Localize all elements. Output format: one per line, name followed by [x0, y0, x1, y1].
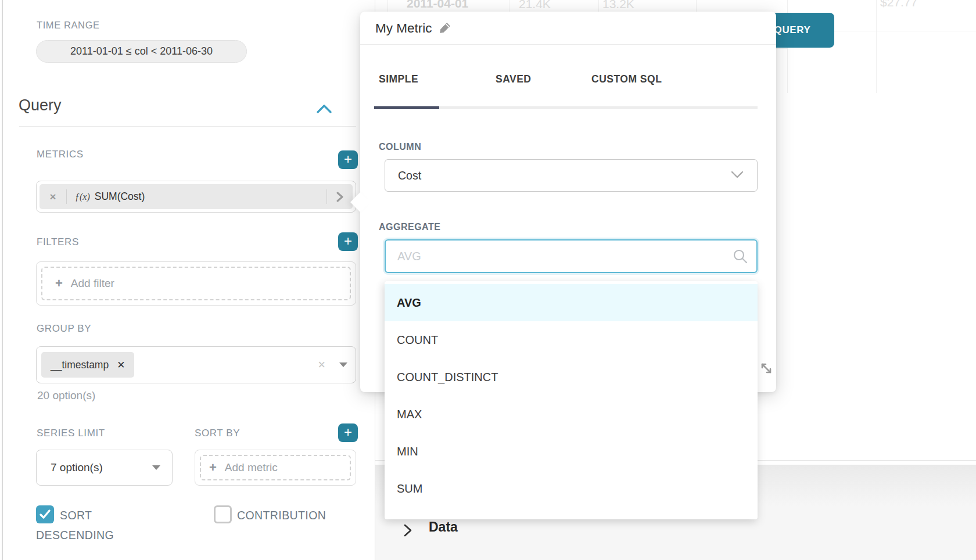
chevron-right-icon[interactable]	[327, 191, 353, 203]
time-range-label: TIME RANGE	[37, 20, 100, 31]
plus-icon: +	[344, 152, 352, 166]
active-tab-underline	[374, 106, 439, 109]
add-metric-button[interactable]: +	[338, 150, 358, 169]
caret-down-icon	[152, 465, 160, 470]
panel-left-border	[2, 0, 3, 560]
group-by-tag[interactable]: __timestamp ✕	[41, 352, 134, 378]
aggregate-dropdown: AVG COUNT COUNT_DISTINCT MAX MIN SUM	[385, 281, 758, 519]
column-select-value: Cost	[398, 169, 421, 182]
metric-field: × ƒ(x) SUM(Cost)	[36, 181, 356, 213]
plus-icon: +	[55, 277, 63, 290]
aggregate-option-min[interactable]: MIN	[385, 433, 758, 470]
aggregate-option-sum[interactable]: SUM	[385, 470, 758, 507]
metric-pill[interactable]: × ƒ(x) SUM(Cost)	[40, 184, 353, 209]
tab-saved[interactable]: SAVED	[496, 73, 532, 85]
aggregate-option-count-distinct[interactable]: COUNT_DISTINCT	[385, 358, 758, 396]
add-filter-dropzone[interactable]: + Add filter	[41, 267, 351, 300]
add-filter-text: Add filter	[71, 277, 114, 290]
series-limit-select[interactable]: 7 option(s)	[36, 450, 173, 486]
add-filter-button[interactable]: +	[338, 232, 358, 251]
remove-metric-icon[interactable]: ×	[40, 191, 66, 203]
filters-label: FILTERS	[37, 236, 79, 248]
table-gridline	[876, 0, 877, 93]
contribution-checkbox[interactable]	[214, 505, 232, 523]
filters-field: + Add filter	[36, 261, 356, 306]
chevron-right-icon[interactable]	[402, 523, 414, 538]
caret-down-icon[interactable]	[339, 362, 347, 367]
time-range-value: 2011-01-01 ≤ col < 2011-06-30	[70, 45, 213, 58]
chart-builder-screen: 2011-04-01 00:00:00 21.4K 13.2K $27.77 R…	[0, 0, 976, 560]
series-limit-value: 7 option(s)	[51, 461, 103, 474]
aggregate-option-count[interactable]: COUNT	[385, 321, 758, 358]
group-by-options-hint: 20 option(s)	[37, 389, 95, 402]
aggregate-option-avg[interactable]: AVG	[385, 284, 758, 321]
group-by-tag-value: __timestamp	[51, 359, 109, 371]
chevron-up-icon[interactable]	[315, 102, 333, 116]
clear-select-icon[interactable]: ×	[318, 357, 325, 372]
plus-icon: +	[209, 461, 217, 474]
edit-pencil-icon[interactable]	[439, 21, 451, 36]
section-divider	[19, 126, 356, 127]
series-limit-label: SERIES LIMIT	[37, 428, 105, 439]
contribution-label: CONTRIBUTION	[237, 509, 326, 522]
chevron-down-icon	[730, 169, 744, 182]
table-cell-value: 21.4K	[519, 0, 551, 11]
metric-title: My Metric	[375, 21, 432, 36]
sort-descending-checkbox[interactable]	[36, 505, 54, 523]
sort-descending-label-line1: SORT	[60, 509, 92, 522]
tab-simple[interactable]: SIMPLE	[379, 73, 418, 85]
data-panel-title[interactable]: Data	[429, 519, 458, 535]
tab-custom-sql[interactable]: CUSTOM SQL	[591, 73, 662, 85]
remove-tag-icon[interactable]: ✕	[117, 359, 125, 371]
plus-icon: +	[344, 234, 352, 248]
query-section-title: Query	[19, 96, 62, 114]
resize-diagonal-icon[interactable]	[758, 360, 774, 376]
sort-by-label: SORT BY	[195, 428, 240, 439]
group-by-select[interactable]: __timestamp ✕ ×	[36, 346, 356, 383]
sort-by-field: + Add metric	[195, 450, 356, 486]
tab-underline-track	[374, 106, 758, 109]
aggregate-input[interactable]	[385, 239, 758, 273]
popover-header: My Metric	[375, 21, 451, 36]
add-sort-metric-button[interactable]: +	[338, 423, 358, 442]
time-range-filter-pill[interactable]: 2011-01-01 ≤ col < 2011-06-30	[36, 40, 247, 63]
search-icon	[732, 248, 748, 267]
plus-icon: +	[344, 425, 352, 439]
table-cell-timestamp-line1: 2011-04-01	[407, 0, 468, 10]
check-icon	[39, 509, 51, 520]
column-select[interactable]: Cost	[385, 159, 758, 192]
group-by-label: GROUP BY	[37, 323, 91, 335]
column-label: COLUMN	[379, 142, 421, 152]
metrics-label: METRICS	[37, 149, 84, 160]
add-metric-text: Add metric	[225, 461, 278, 474]
table-cell-value: $27.77	[880, 0, 917, 9]
metric-name: SUM(Cost)	[95, 191, 326, 203]
add-sort-metric-dropzone[interactable]: + Add metric	[200, 455, 351, 480]
table-cell-value: 13.2K	[602, 0, 634, 11]
popover-header-divider	[360, 44, 776, 45]
sort-descending-label-line2: DESCENDING	[36, 529, 114, 542]
function-icon: ƒ(x)	[67, 192, 95, 202]
aggregate-label: AGGREGATE	[379, 222, 440, 232]
aggregate-option-max[interactable]: MAX	[385, 396, 758, 433]
aggregate-field	[385, 239, 758, 273]
